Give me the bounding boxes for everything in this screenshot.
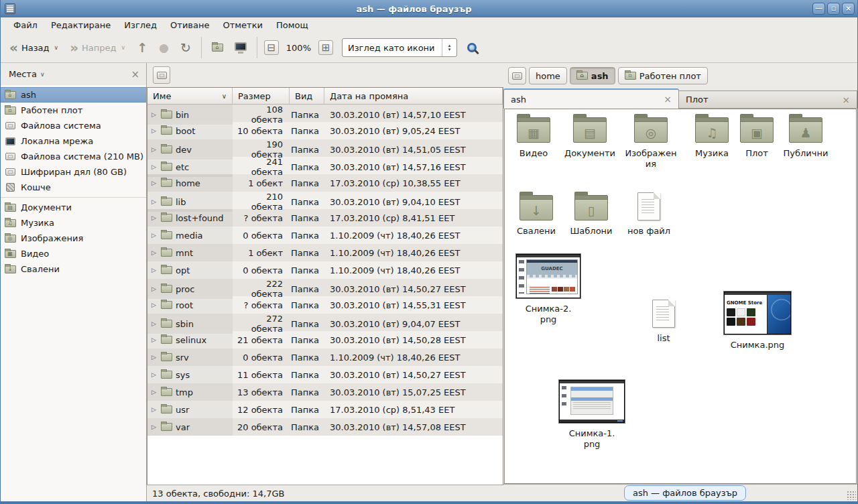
reload-button[interactable]: ↻ <box>177 38 194 58</box>
expander-icon[interactable]: ▷ <box>151 336 158 343</box>
computer-button[interactable] <box>231 40 250 56</box>
expander-icon[interactable]: ▷ <box>151 424 158 430</box>
breadcrumb-desktop-button[interactable]: ▫ Работен плот <box>618 67 708 84</box>
menu-file[interactable]: Файл <box>7 19 44 32</box>
expander-icon[interactable]: ▷ <box>151 389 158 395</box>
sidebar-close-icon[interactable]: × <box>131 70 139 79</box>
table-row[interactable]: ▷lost+found? обектаПапка17.03.2010 (ср) … <box>147 209 503 227</box>
sidebar-item-encrypted-80gb[interactable]: Шифриран дял (80 GB) <box>1 164 146 180</box>
table-row[interactable]: ▷var20 обектаПапка30.03.2010 (вт) 14,57,… <box>147 418 503 436</box>
sidebar-item-downloads[interactable]: ↓ Свалени <box>1 261 146 277</box>
forward-button[interactable]: » Напред ∨ <box>66 39 129 56</box>
stop-button[interactable]: ● <box>156 38 172 57</box>
title-bar[interactable]: ash — файлов браузър — ▫ × <box>1 0 857 17</box>
expander-icon[interactable]: ▷ <box>151 249 158 256</box>
minimize-button[interactable]: — <box>812 3 825 15</box>
expander-icon[interactable]: ▷ <box>151 302 158 308</box>
icon-view[interactable]: ▦ Видео ▤ Документи ◎ Изображения ♫ Музи… <box>504 109 857 484</box>
menu-view[interactable]: Изглед <box>118 19 163 32</box>
folder-item-templates[interactable]: ▯ Шаблони <box>562 195 620 237</box>
table-row[interactable]: ▷media0 обектаПапка1.10.2009 (чт) 18,40,… <box>147 227 503 244</box>
sidebar-item-filesystem-210mb[interactable]: Файлова система (210 MB) <box>1 149 146 164</box>
table-row[interactable]: ▷srv0 обектаПапка1.10.2009 (чт) 18,40,26… <box>147 349 503 366</box>
table-row[interactable]: ▷mnt1 обектПапка1.10.2009 (чт) 18,40,26 … <box>147 244 503 261</box>
folder-item-downloads[interactable]: ↓ Свалени <box>507 195 565 237</box>
folder-item-public[interactable]: ♟ Публични <box>777 117 835 159</box>
sidebar-item-music[interactable]: ♫ Музика <box>1 215 146 231</box>
breadcrumb-home-button[interactable]: home <box>529 67 567 84</box>
folder-item-documents[interactable]: ▤ Документи <box>560 117 620 159</box>
table-row[interactable]: ▷sys11 обектаПапка30.03.2010 (вт) 14,50,… <box>147 366 503 383</box>
expander-icon[interactable]: ▷ <box>151 371 158 378</box>
column-header-date[interactable]: Дата на промяна <box>324 88 503 105</box>
back-button[interactable]: « Назад ∨ <box>6 39 62 56</box>
table-row[interactable]: ▷lib210 обектаПапка30.03.2010 (вт) 9,04,… <box>147 192 503 209</box>
breadcrumb-root-button[interactable] <box>508 67 526 84</box>
expander-icon[interactable]: ▷ <box>151 214 158 221</box>
zoom-out-button[interactable]: ⊟ <box>264 40 279 55</box>
table-row[interactable]: ▷etc241 обектаПапка30.03.2010 (вт) 14,57… <box>147 157 503 174</box>
column-header-size[interactable]: Размер <box>233 88 290 105</box>
expander-icon[interactable]: ▷ <box>151 180 158 186</box>
table-row[interactable]: ▷usr12 обектаПапка17.03.2010 (ср) 8,51,4… <box>147 401 503 418</box>
file-item-list[interactable]: list <box>633 300 694 344</box>
table-row[interactable]: ▷selinux21 обектаПапка30.03.2010 (вт) 14… <box>147 331 503 349</box>
sidebar-item-pictures[interactable]: ◎ Изображения <box>1 231 146 246</box>
tab-close-icon[interactable]: × <box>664 94 672 105</box>
sidebar-item-desktop[interactable]: ▫ Работен плот <box>1 103 146 118</box>
image-item-snimka[interactable]: GNOME Store Снимка.png <box>721 292 794 351</box>
sidebar-item-ash[interactable]: ⌂ ash <box>1 87 146 103</box>
expander-icon[interactable]: ▷ <box>151 164 158 170</box>
sidebar-item-video[interactable]: ▦ Видео <box>1 246 146 261</box>
table-row[interactable]: ▷tmp13 обектаПапка30.03.2010 (вт) 15,07,… <box>147 383 503 401</box>
forward-dropdown-icon[interactable]: ∨ <box>121 44 126 51</box>
table-row[interactable]: ▷proc222 обектаПапка30.03.2010 (вт) 14,5… <box>147 279 503 296</box>
up-button[interactable]: ↑ <box>133 38 151 58</box>
location-button[interactable] <box>153 66 170 84</box>
file-item-new-file[interactable]: нов файл <box>620 192 678 237</box>
sidebar-item-network[interactable]: Локална мрежа <box>1 133 146 149</box>
expander-icon[interactable]: ▷ <box>151 127 158 134</box>
table-row[interactable]: ▷home1 обектПапка17.03.2010 (ср) 10,38,5… <box>147 174 503 192</box>
table-row[interactable]: ▷dev190 обектаПапка30.03.2010 (вт) 14,51… <box>147 139 503 157</box>
table-row[interactable]: ▷sbin272 обектаПапка30.03.2010 (вт) 9,04… <box>147 314 503 331</box>
menu-go[interactable]: Отиване <box>164 19 215 32</box>
column-header-name[interactable]: Име ∨ <box>147 88 233 105</box>
expander-icon[interactable]: ▷ <box>151 198 158 205</box>
tab-ash[interactable]: ash × <box>503 88 679 109</box>
expander-icon[interactable]: ▷ <box>151 267 158 273</box>
column-header-type[interactable]: Вид <box>290 88 324 105</box>
table-row[interactable]: ▷boot10 обектаПапка30.03.2010 (вт) 9,05,… <box>147 122 503 139</box>
sidebar-item-documents[interactable]: ▤ Документи <box>1 200 146 215</box>
sidebar-item-filesystem[interactable]: Файлова система <box>1 118 146 133</box>
expander-icon[interactable]: ▷ <box>151 232 158 239</box>
sidebar-pane-selector[interactable]: Места ∨ <box>9 69 45 79</box>
breadcrumb-ash-button[interactable]: ⌂ ash <box>570 67 615 84</box>
search-icon[interactable] <box>467 43 477 52</box>
home-button[interactable]: ⌂ <box>208 41 227 54</box>
view-mode-select[interactable]: Изглед като икони ▴▾ <box>342 38 457 57</box>
expander-icon[interactable]: ▷ <box>151 320 158 327</box>
spinner-icon[interactable]: ▴▾ <box>442 39 456 56</box>
table-row[interactable]: ▷opt0 обектаПапка1.10.2009 (чт) 18,40,26… <box>147 261 503 279</box>
expander-icon[interactable]: ▷ <box>151 354 158 361</box>
table-row[interactable]: ▷root? обектаПапка30.03.2010 (вт) 14,55,… <box>147 296 503 314</box>
image-item-snimka-2[interactable]: GUADEC Снимка-2.png <box>515 254 582 324</box>
folder-item-pictures[interactable]: ◎ Изображения <box>624 117 678 169</box>
taskbar-window-button[interactable]: ash — файлов браузър <box>624 485 746 501</box>
folder-item-video[interactable]: ▦ Видео <box>505 117 562 159</box>
expander-icon[interactable]: ▷ <box>151 286 158 292</box>
menu-bookmarks[interactable]: Отметки <box>217 19 268 32</box>
image-item-snimka-1[interactable]: Снимка-1.png <box>557 380 627 449</box>
maximize-button[interactable]: ▫ <box>827 3 840 15</box>
folder-item-desktop[interactable]: ▣ Плот <box>730 117 784 159</box>
menu-help[interactable]: Помощ <box>270 19 314 32</box>
menu-edit[interactable]: Редактиране <box>45 19 117 32</box>
expander-icon[interactable]: ▷ <box>151 111 158 118</box>
tab-close-icon[interactable]: × <box>842 94 850 105</box>
zoom-in-button[interactable]: ⊞ <box>318 40 333 55</box>
back-dropdown-icon[interactable]: ∨ <box>54 44 59 51</box>
resize-grip[interactable] <box>847 491 856 500</box>
expander-icon[interactable]: ▷ <box>151 406 158 413</box>
close-button[interactable]: × <box>842 3 855 15</box>
